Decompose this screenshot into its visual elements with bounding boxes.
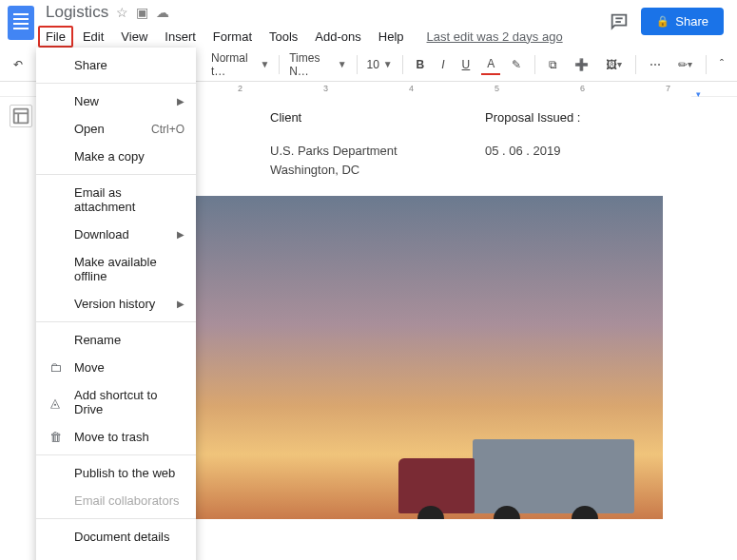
- submenu-arrow-icon: ▶: [177, 96, 184, 106]
- bold-icon[interactable]: B: [411, 54, 431, 75]
- cloud-status-icon[interactable]: ☁: [156, 5, 169, 20]
- editing-mode-icon[interactable]: ✏ ▾: [672, 54, 698, 75]
- chevron-down-icon: ▼: [338, 59, 347, 69]
- style-label: Normal t…: [211, 51, 256, 78]
- menu-download[interactable]: Download▶: [36, 221, 196, 248]
- menu-rename[interactable]: Rename: [36, 326, 196, 354]
- menu-edit[interactable]: Edit: [75, 26, 111, 48]
- col-header: Client: [270, 110, 432, 125]
- docs-logo-icon[interactable]: [8, 6, 34, 40]
- menu-publish[interactable]: Publish to the web: [36, 459, 196, 487]
- menu-insert[interactable]: Insert: [157, 26, 204, 48]
- submenu-arrow-icon: ▶: [177, 229, 184, 240]
- lock-icon: 🔒: [656, 15, 669, 28]
- ruler-tick: 5: [495, 84, 499, 93]
- menu-add-shortcut[interactable]: ◬Add shortcut to Drive: [36, 381, 196, 423]
- outline-toggle-icon[interactable]: [10, 105, 32, 127]
- move-folder-icon[interactable]: ▣: [136, 5, 148, 20]
- separator: [706, 55, 707, 74]
- menu-email-collaborators: Email collaborators: [36, 487, 196, 514]
- file-menu-dropdown: Share New▶ OpenCtrl+O Make a copy Email …: [36, 48, 196, 560]
- last-edit-link[interactable]: Last edit was 2 days ago: [427, 29, 563, 44]
- add-comment-icon[interactable]: ➕: [569, 54, 594, 75]
- col-header: Proposal Issued :: [485, 110, 599, 125]
- ruler-tick: 2: [238, 84, 242, 93]
- ruler-tick: 7: [666, 84, 670, 93]
- shortcut: Ctrl+O: [151, 123, 184, 136]
- header: Logistics ☆ ▣ ☁ 🔒Share: [0, 0, 737, 25]
- style-select[interactable]: Normal t…▼: [209, 49, 271, 80]
- menu-help[interactable]: Help: [371, 26, 412, 48]
- share-label: Share: [675, 14, 708, 29]
- menu-email-attachment[interactable]: Email as attachment: [36, 179, 196, 221]
- menu-tools[interactable]: Tools: [262, 26, 305, 48]
- separator: [36, 174, 196, 175]
- folder-icon: 🗀: [48, 360, 63, 376]
- chevron-down-icon: ▼: [260, 59, 269, 69]
- chevron-down-icon: ▼: [383, 59, 393, 69]
- link-icon[interactable]: ⧉: [543, 54, 563, 75]
- comments-icon[interactable]: [609, 11, 630, 32]
- font-label: Times N…: [289, 51, 333, 78]
- svg-rect-2: [14, 109, 29, 124]
- menu-new[interactable]: New▶: [36, 87, 196, 115]
- separator: [402, 55, 403, 74]
- menu-version-history[interactable]: Version history▶: [36, 290, 196, 318]
- ruler-marker-icon[interactable]: ▾: [696, 89, 701, 99]
- separator: [36, 83, 196, 84]
- separator: [36, 321, 196, 322]
- menu-move[interactable]: 🗀Move: [36, 354, 196, 381]
- trash-icon: 🗑: [48, 430, 63, 445]
- menu-format[interactable]: Format: [205, 26, 260, 48]
- ruler-tick: 4: [409, 84, 414, 93]
- menu-document-details[interactable]: Document details: [36, 523, 196, 550]
- more-icon[interactable]: ⋯: [644, 54, 667, 75]
- star-icon[interactable]: ☆: [116, 5, 128, 20]
- separator: [635, 55, 636, 74]
- drive-icon: ◬: [48, 395, 63, 410]
- italic-icon[interactable]: I: [436, 54, 450, 75]
- separator: [534, 55, 535, 74]
- menu-view[interactable]: View: [113, 26, 155, 48]
- menu-open[interactable]: OpenCtrl+O: [36, 115, 196, 143]
- ruler-tick: 3: [323, 84, 328, 93]
- separator: [36, 518, 196, 519]
- truck-illustration: [368, 424, 634, 519]
- menu-language[interactable]: Language▶: [36, 550, 196, 560]
- ruler-tick: 6: [580, 84, 585, 93]
- menu-addons[interactable]: Add-ons: [307, 26, 368, 48]
- separator: [36, 454, 196, 455]
- col-body: U.S. Parks DepartmentWashington, DC: [270, 142, 432, 179]
- underline-icon[interactable]: U: [456, 54, 476, 75]
- size-label: 10: [366, 58, 378, 71]
- document-title[interactable]: Logistics: [46, 3, 108, 22]
- col-body: 05 . 06 . 2019: [485, 142, 599, 179]
- submenu-arrow-icon: ▶: [177, 299, 184, 309]
- highlight-icon[interactable]: ✎: [506, 54, 527, 75]
- separator: [279, 55, 280, 74]
- text-color-icon[interactable]: A: [481, 54, 500, 75]
- image-icon[interactable]: 🖼▾: [600, 54, 628, 75]
- menu-share[interactable]: Share: [36, 51, 196, 79]
- menu-file[interactable]: File: [38, 26, 73, 48]
- size-select[interactable]: 10▼: [364, 56, 394, 73]
- undo-icon[interactable]: ↶: [8, 54, 29, 75]
- font-select[interactable]: Times N…▼: [287, 49, 348, 80]
- expand-icon[interactable]: ˆ: [714, 54, 729, 75]
- menu-offline[interactable]: Make available offline: [36, 248, 196, 290]
- separator: [357, 55, 358, 74]
- menu-make-copy[interactable]: Make a copy: [36, 143, 196, 170]
- share-button[interactable]: 🔒Share: [641, 8, 724, 35]
- menu-trash[interactable]: 🗑Move to trash: [36, 423, 196, 451]
